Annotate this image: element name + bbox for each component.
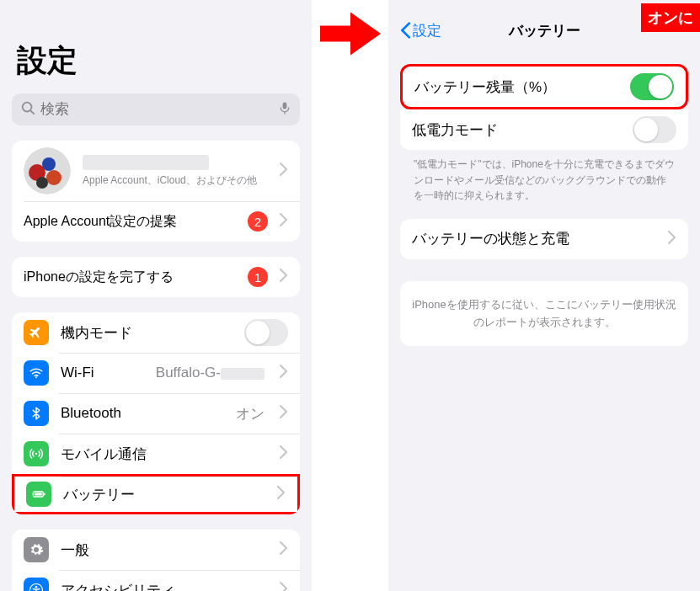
badge: 2 bbox=[248, 211, 268, 232]
apple-account-row[interactable]: Apple Account、iCloud、およびその他 bbox=[12, 141, 300, 201]
wifi-value: Buffalo-G- bbox=[156, 365, 265, 381]
battery-percentage-toggle[interactable] bbox=[630, 73, 674, 100]
arrow-right-icon bbox=[317, 0, 384, 67]
nav-title: バッテリー bbox=[509, 21, 580, 40]
mobile-data-row[interactable]: モバイル通信 bbox=[12, 434, 300, 474]
battery-percentage-row[interactable]: バッテリー残量（%） bbox=[403, 67, 686, 107]
search-icon bbox=[20, 100, 35, 119]
row-label: バッテリー bbox=[63, 485, 265, 504]
row-label: バッテリーの状態と充電 bbox=[412, 229, 656, 248]
general-row[interactable]: 一般 bbox=[12, 530, 300, 570]
wifi-icon bbox=[24, 360, 49, 386]
dictation-icon[interactable] bbox=[278, 100, 291, 119]
row-label: Bluetooth bbox=[61, 405, 224, 422]
airplane-icon bbox=[24, 320, 49, 345]
row-label: 機内モード bbox=[61, 323, 232, 343]
svg-point-8 bbox=[35, 453, 37, 455]
antenna-icon bbox=[24, 441, 49, 466]
battery-settings-screen: オンに 設定 バッテリー バッテリー残量（%） 低電力モード "低電力モード"で… bbox=[388, 0, 700, 591]
low-power-footnote: "低電力モード"では、iPhoneを十分に充電できるまでダウンロードやメール受信… bbox=[400, 150, 688, 204]
battery-icon bbox=[26, 482, 51, 507]
back-button[interactable]: 設定 bbox=[400, 21, 441, 40]
bluetooth-row[interactable]: Bluetooth オン bbox=[12, 393, 300, 434]
svg-point-6 bbox=[36, 177, 48, 189]
airplane-mode-row[interactable]: 機内モード bbox=[12, 312, 300, 353]
row-label: アクセシビリティ bbox=[61, 581, 268, 592]
svg-point-5 bbox=[46, 170, 61, 185]
low-power-toggle[interactable] bbox=[633, 116, 676, 143]
chevron-right-icon bbox=[280, 405, 288, 422]
row-label: 一般 bbox=[61, 540, 268, 560]
gear-icon bbox=[24, 537, 49, 562]
wifi-row[interactable]: Wi-Fi Buffalo-G- bbox=[12, 353, 300, 393]
search-input[interactable] bbox=[40, 101, 273, 118]
chevron-right-icon bbox=[280, 582, 288, 591]
airplane-toggle[interactable] bbox=[244, 319, 288, 346]
chevron-right-icon bbox=[280, 213, 288, 230]
account-suggestion-row[interactable]: Apple Account設定の提案 2 bbox=[12, 201, 300, 242]
chevron-right-icon bbox=[280, 445, 288, 462]
chevron-right-icon bbox=[668, 231, 676, 248]
finish-setup-label: iPhoneの設定を完了する bbox=[24, 269, 236, 286]
svg-point-7 bbox=[35, 376, 37, 378]
bluetooth-value: オン bbox=[236, 404, 265, 423]
chevron-right-icon bbox=[280, 162, 288, 179]
low-power-mode-row[interactable]: 低電力モード bbox=[400, 109, 688, 150]
back-label: 設定 bbox=[413, 21, 441, 40]
page-title: 設定 bbox=[17, 40, 300, 82]
chevron-right-icon bbox=[277, 486, 286, 503]
accessibility-icon bbox=[24, 578, 49, 591]
finish-setup-row[interactable]: iPhoneの設定を完了する 1 bbox=[12, 257, 300, 297]
transition-arrow bbox=[312, 0, 388, 67]
battery-usage-placeholder: iPhoneを使用するに従い、ここにバッテリー使用状況のレポートが表示されます。 bbox=[400, 281, 688, 347]
svg-point-4 bbox=[42, 157, 56, 171]
row-label: バッテリー残量（%） bbox=[414, 77, 618, 97]
svg-rect-11 bbox=[44, 493, 45, 496]
chevron-right-icon bbox=[280, 541, 288, 558]
account-suggestion-label: Apple Account設定の提案 bbox=[24, 213, 236, 231]
accessibility-row[interactable]: アクセシビリティ bbox=[12, 570, 300, 591]
bluetooth-icon bbox=[24, 401, 49, 426]
chevron-left-icon bbox=[400, 22, 410, 39]
chevron-right-icon bbox=[280, 365, 288, 381]
row-label: 低電力モード bbox=[412, 120, 621, 140]
settings-root-screen: 設定 Apple Account、iCloud、およびその他 Apple Acc… bbox=[0, 0, 312, 591]
account-name-redacted bbox=[83, 155, 209, 170]
badge: 1 bbox=[248, 267, 268, 287]
svg-rect-10 bbox=[35, 493, 42, 496]
svg-point-13 bbox=[35, 586, 38, 588]
battery-row[interactable]: バッテリー bbox=[12, 474, 300, 514]
account-subtitle: Apple Account、iCloud、およびその他 bbox=[83, 173, 268, 188]
chevron-right-icon bbox=[280, 269, 288, 285]
avatar bbox=[24, 147, 71, 194]
row-label: Wi-Fi bbox=[61, 365, 144, 381]
search-field[interactable] bbox=[12, 93, 300, 125]
battery-health-row[interactable]: バッテリーの状態と充電 bbox=[400, 219, 688, 259]
row-label: モバイル通信 bbox=[61, 445, 268, 464]
